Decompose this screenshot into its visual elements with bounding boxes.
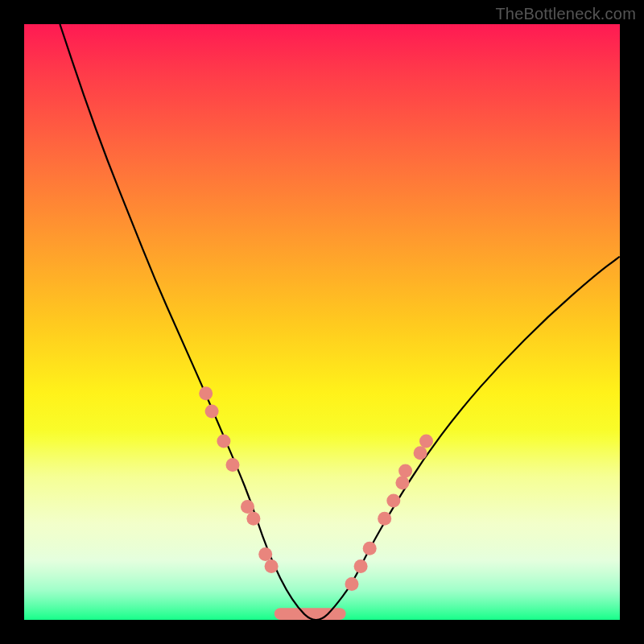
watermark-label: TheBottleneck.com <box>495 5 636 23</box>
data-point <box>414 446 427 460</box>
data-point <box>205 405 219 419</box>
data-point <box>395 476 409 489</box>
data-point <box>354 559 368 573</box>
data-point <box>363 542 377 555</box>
data-point <box>265 559 279 573</box>
data-point <box>199 386 213 400</box>
data-point <box>258 547 272 561</box>
data-point <box>386 494 400 508</box>
bottleneck-curve <box>60 24 620 620</box>
data-point <box>419 435 433 448</box>
data-point <box>398 464 412 478</box>
data-point <box>345 577 359 591</box>
data-point <box>226 458 240 472</box>
plot-area <box>24 24 620 620</box>
data-point <box>246 512 260 526</box>
marker-layer <box>199 386 433 591</box>
data-point <box>241 500 254 514</box>
curve-layer <box>24 24 620 620</box>
chart-frame: TheBottleneck.com <box>0 0 644 644</box>
data-point <box>217 435 230 448</box>
data-point <box>378 512 391 526</box>
